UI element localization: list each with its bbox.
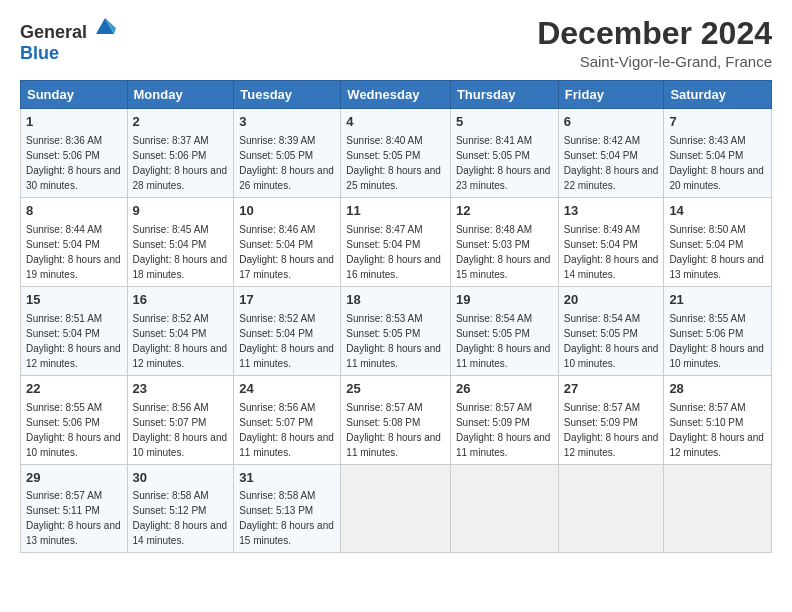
logo: General Blue (20, 16, 116, 64)
week-row-1: 1Sunrise: 8:36 AM Sunset: 5:06 PM Daylig… (21, 109, 772, 198)
day-number: 24 (239, 380, 335, 399)
day-info: Sunrise: 8:55 AM Sunset: 5:06 PM Dayligh… (26, 400, 122, 460)
day-info: Sunrise: 8:54 AM Sunset: 5:05 PM Dayligh… (564, 311, 659, 371)
day-cell: 29Sunrise: 8:57 AM Sunset: 5:11 PM Dayli… (21, 464, 128, 553)
day-cell: 16Sunrise: 8:52 AM Sunset: 5:04 PM Dayli… (127, 286, 234, 375)
day-cell: 5Sunrise: 8:41 AM Sunset: 5:05 PM Daylig… (450, 109, 558, 198)
main-container: General Blue December 2024 Saint-Vigor-l… (0, 0, 792, 563)
day-cell: 8Sunrise: 8:44 AM Sunset: 5:04 PM Daylig… (21, 198, 128, 287)
day-number: 16 (133, 291, 229, 310)
day-cell: 17Sunrise: 8:52 AM Sunset: 5:04 PM Dayli… (234, 286, 341, 375)
day-info: Sunrise: 8:45 AM Sunset: 5:04 PM Dayligh… (133, 222, 229, 282)
day-cell: 19Sunrise: 8:54 AM Sunset: 5:05 PM Dayli… (450, 286, 558, 375)
header-cell-wednesday: Wednesday (341, 81, 451, 109)
day-number: 8 (26, 202, 122, 221)
week-row-3: 15Sunrise: 8:51 AM Sunset: 5:04 PM Dayli… (21, 286, 772, 375)
day-number: 25 (346, 380, 445, 399)
day-cell: 27Sunrise: 8:57 AM Sunset: 5:09 PM Dayli… (558, 375, 664, 464)
day-cell (450, 464, 558, 553)
day-cell: 18Sunrise: 8:53 AM Sunset: 5:05 PM Dayli… (341, 286, 451, 375)
day-info: Sunrise: 8:52 AM Sunset: 5:04 PM Dayligh… (239, 311, 335, 371)
day-cell: 25Sunrise: 8:57 AM Sunset: 5:08 PM Dayli… (341, 375, 451, 464)
day-cell: 31Sunrise: 8:58 AM Sunset: 5:13 PM Dayli… (234, 464, 341, 553)
day-cell: 26Sunrise: 8:57 AM Sunset: 5:09 PM Dayli… (450, 375, 558, 464)
day-info: Sunrise: 8:36 AM Sunset: 5:06 PM Dayligh… (26, 133, 122, 193)
week-row-2: 8Sunrise: 8:44 AM Sunset: 5:04 PM Daylig… (21, 198, 772, 287)
calendar-body: 1Sunrise: 8:36 AM Sunset: 5:06 PM Daylig… (21, 109, 772, 553)
day-number: 18 (346, 291, 445, 310)
day-cell: 6Sunrise: 8:42 AM Sunset: 5:04 PM Daylig… (558, 109, 664, 198)
day-info: Sunrise: 8:57 AM Sunset: 5:11 PM Dayligh… (26, 488, 122, 548)
day-cell (664, 464, 772, 553)
day-cell: 22Sunrise: 8:55 AM Sunset: 5:06 PM Dayli… (21, 375, 128, 464)
day-number: 22 (26, 380, 122, 399)
day-info: Sunrise: 8:44 AM Sunset: 5:04 PM Dayligh… (26, 222, 122, 282)
day-number: 23 (133, 380, 229, 399)
day-cell: 11Sunrise: 8:47 AM Sunset: 5:04 PM Dayli… (341, 198, 451, 287)
title-section: December 2024 Saint-Vigor-le-Grand, Fran… (537, 16, 772, 70)
day-number: 9 (133, 202, 229, 221)
logo-icon (94, 16, 116, 38)
header-cell-saturday: Saturday (664, 81, 772, 109)
day-info: Sunrise: 8:58 AM Sunset: 5:12 PM Dayligh… (133, 488, 229, 548)
day-number: 11 (346, 202, 445, 221)
day-info: Sunrise: 8:49 AM Sunset: 5:04 PM Dayligh… (564, 222, 659, 282)
logo-wordmark: General Blue (20, 16, 116, 64)
day-info: Sunrise: 8:56 AM Sunset: 5:07 PM Dayligh… (133, 400, 229, 460)
day-cell: 23Sunrise: 8:56 AM Sunset: 5:07 PM Dayli… (127, 375, 234, 464)
day-cell: 1Sunrise: 8:36 AM Sunset: 5:06 PM Daylig… (21, 109, 128, 198)
day-info: Sunrise: 8:41 AM Sunset: 5:05 PM Dayligh… (456, 133, 553, 193)
day-cell: 4Sunrise: 8:40 AM Sunset: 5:05 PM Daylig… (341, 109, 451, 198)
day-number: 12 (456, 202, 553, 221)
day-info: Sunrise: 8:55 AM Sunset: 5:06 PM Dayligh… (669, 311, 766, 371)
day-number: 19 (456, 291, 553, 310)
header-cell-thursday: Thursday (450, 81, 558, 109)
logo-general: General (20, 22, 87, 42)
day-info: Sunrise: 8:47 AM Sunset: 5:04 PM Dayligh… (346, 222, 445, 282)
day-number: 15 (26, 291, 122, 310)
calendar-header-row: SundayMondayTuesdayWednesdayThursdayFrid… (21, 81, 772, 109)
day-number: 13 (564, 202, 659, 221)
day-cell: 28Sunrise: 8:57 AM Sunset: 5:10 PM Dayli… (664, 375, 772, 464)
day-number: 5 (456, 113, 553, 132)
day-number: 2 (133, 113, 229, 132)
day-number: 14 (669, 202, 766, 221)
header: General Blue December 2024 Saint-Vigor-l… (20, 16, 772, 70)
week-row-5: 29Sunrise: 8:57 AM Sunset: 5:11 PM Dayli… (21, 464, 772, 553)
logo-blue: Blue (20, 43, 59, 63)
day-info: Sunrise: 8:57 AM Sunset: 5:09 PM Dayligh… (564, 400, 659, 460)
header-cell-monday: Monday (127, 81, 234, 109)
day-cell: 2Sunrise: 8:37 AM Sunset: 5:06 PM Daylig… (127, 109, 234, 198)
day-cell (341, 464, 451, 553)
day-number: 6 (564, 113, 659, 132)
day-info: Sunrise: 8:54 AM Sunset: 5:05 PM Dayligh… (456, 311, 553, 371)
day-number: 3 (239, 113, 335, 132)
day-info: Sunrise: 8:43 AM Sunset: 5:04 PM Dayligh… (669, 133, 766, 193)
day-info: Sunrise: 8:42 AM Sunset: 5:04 PM Dayligh… (564, 133, 659, 193)
day-info: Sunrise: 8:53 AM Sunset: 5:05 PM Dayligh… (346, 311, 445, 371)
day-number: 28 (669, 380, 766, 399)
day-cell: 3Sunrise: 8:39 AM Sunset: 5:05 PM Daylig… (234, 109, 341, 198)
day-info: Sunrise: 8:40 AM Sunset: 5:05 PM Dayligh… (346, 133, 445, 193)
day-number: 26 (456, 380, 553, 399)
day-number: 1 (26, 113, 122, 132)
day-cell: 14Sunrise: 8:50 AM Sunset: 5:04 PM Dayli… (664, 198, 772, 287)
day-info: Sunrise: 8:57 AM Sunset: 5:09 PM Dayligh… (456, 400, 553, 460)
day-cell: 12Sunrise: 8:48 AM Sunset: 5:03 PM Dayli… (450, 198, 558, 287)
day-cell: 9Sunrise: 8:45 AM Sunset: 5:04 PM Daylig… (127, 198, 234, 287)
day-cell: 20Sunrise: 8:54 AM Sunset: 5:05 PM Dayli… (558, 286, 664, 375)
day-number: 29 (26, 469, 122, 488)
day-number: 4 (346, 113, 445, 132)
day-number: 31 (239, 469, 335, 488)
day-info: Sunrise: 8:37 AM Sunset: 5:06 PM Dayligh… (133, 133, 229, 193)
day-info: Sunrise: 8:52 AM Sunset: 5:04 PM Dayligh… (133, 311, 229, 371)
day-number: 20 (564, 291, 659, 310)
calendar-table: SundayMondayTuesdayWednesdayThursdayFrid… (20, 80, 772, 553)
day-info: Sunrise: 8:39 AM Sunset: 5:05 PM Dayligh… (239, 133, 335, 193)
week-row-4: 22Sunrise: 8:55 AM Sunset: 5:06 PM Dayli… (21, 375, 772, 464)
day-number: 27 (564, 380, 659, 399)
day-info: Sunrise: 8:58 AM Sunset: 5:13 PM Dayligh… (239, 488, 335, 548)
header-cell-friday: Friday (558, 81, 664, 109)
day-cell: 15Sunrise: 8:51 AM Sunset: 5:04 PM Dayli… (21, 286, 128, 375)
day-number: 17 (239, 291, 335, 310)
